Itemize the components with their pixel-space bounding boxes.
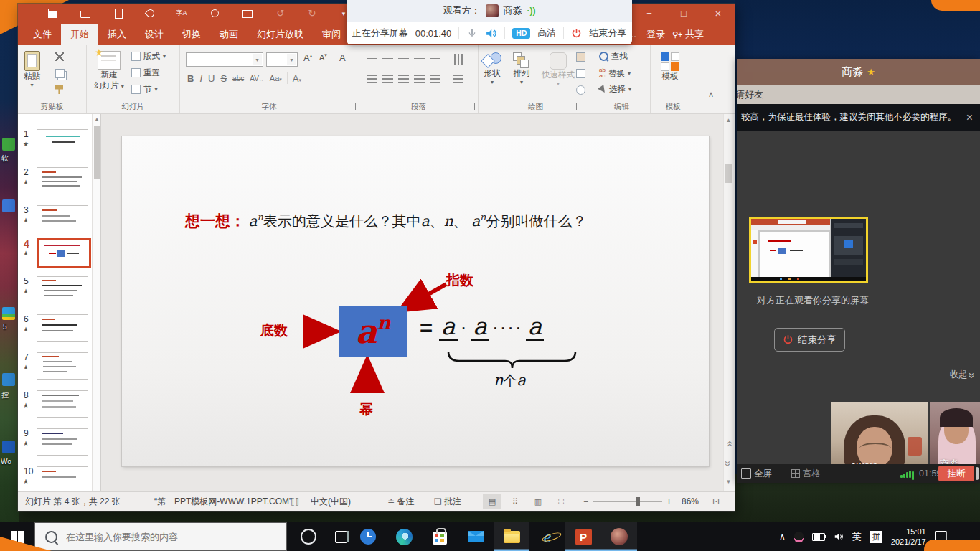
cortana-button[interactable] — [291, 522, 326, 551]
slide-thumbnail-7[interactable]: 7★ — [18, 352, 92, 384]
previous-slide-icon[interactable]: » — [724, 438, 733, 451]
change-case-button[interactable]: Aa▾ — [270, 74, 282, 83]
next-slide-icon[interactable]: » — [724, 457, 733, 469]
meeting-app-icon[interactable] — [601, 522, 637, 551]
maximize-button[interactable]: □ — [668, 4, 699, 24]
invite-friends-row[interactable]: 邀请好友 — [737, 85, 980, 104]
video-feed-aurora[interactable]: aurora — [831, 402, 928, 474]
copy-button[interactable] — [55, 69, 65, 78]
minimize-button[interactable]: − — [633, 4, 665, 24]
dropdown-icon[interactable]: ▾ — [253, 54, 262, 65]
print-preview-icon[interactable] — [209, 8, 220, 19]
font-size-combobox[interactable]: ▾ — [266, 52, 298, 67]
accessibility-icon[interactable]: ⟦⟧ — [291, 492, 299, 511]
ink-icon[interactable] — [144, 8, 156, 19]
collapse-videos-button[interactable]: 收起 » — [950, 369, 974, 381]
slide-sorter-view-button[interactable]: ⠿ — [506, 494, 524, 509]
sidebar-scrollbar-thumb[interactable] — [976, 467, 979, 480]
tab-review[interactable]: 审阅 — [313, 24, 350, 45]
zoom-in-button[interactable]: + — [666, 492, 672, 511]
desktop-icon[interactable] — [2, 373, 15, 386]
reading-view-button[interactable]: ▥ — [529, 494, 547, 509]
notes-button[interactable]: ≐ 备注 — [387, 492, 414, 511]
toast-close-icon[interactable]: × — [966, 104, 973, 131]
taskbar-search[interactable] — [34, 522, 287, 551]
slide-thumbnail-5[interactable]: 5★ — [18, 276, 92, 308]
paragraph-row-1[interactable] — [364, 54, 443, 67]
select-button[interactable]: 选择▾ — [599, 84, 631, 95]
edge-app-icon[interactable] — [386, 522, 422, 551]
scroll-down-icon[interactable]: ▼ — [724, 479, 733, 485]
slide-thumbnail-9[interactable]: 9★ — [18, 428, 92, 460]
store-app-icon[interactable] — [422, 522, 458, 551]
search-input[interactable] — [65, 531, 275, 543]
spellcheck-icon[interactable]: 字A — [176, 8, 187, 19]
shrink-font-button[interactable]: A▾ — [319, 52, 327, 62]
desktop-icon[interactable] — [2, 199, 15, 212]
tab-home[interactable]: 开始 — [61, 24, 98, 45]
slide-thumbnail-2[interactable]: 2★ — [18, 167, 92, 199]
section-button[interactable]: 节▾ — [131, 84, 158, 95]
reset-button[interactable]: 重置 — [131, 67, 160, 78]
save-icon[interactable] — [47, 8, 58, 19]
file-explorer-icon[interactable] — [494, 522, 529, 551]
grid-view-button[interactable]: 宫格 — [791, 464, 821, 483]
arrange-button[interactable]: 排列▾ — [513, 52, 530, 85]
hd-label[interactable]: 高清 — [537, 27, 556, 39]
fit-to-window-icon[interactable]: ⊡ — [712, 492, 720, 511]
mail-app-icon[interactable] — [458, 522, 494, 551]
scrollbar-thumb[interactable] — [725, 164, 732, 183]
thumbnail-scrollbar[interactable]: ▲ — [92, 114, 101, 491]
tab-insert[interactable]: 插入 — [98, 24, 136, 45]
find-button[interactable]: 查找 — [599, 51, 628, 62]
slide-canvas[interactable]: 想一想： an表示的意义是什么？其中a、n、 an分别叫做什么？ 指数 底数 幂… — [122, 136, 709, 466]
text-shadow-button[interactable]: abc — [232, 75, 244, 83]
desktop-icon[interactable] — [2, 441, 15, 453]
align-text-button[interactable] — [450, 74, 466, 87]
font-color-button[interactable]: A▾ — [293, 73, 301, 84]
tab-slideshow[interactable]: 幻灯片放映 — [248, 24, 313, 45]
italic-button[interactable]: I — [199, 73, 202, 84]
alarms-app-icon[interactable] — [350, 522, 386, 551]
shapes-button[interactable]: 形状▾ — [483, 52, 501, 85]
redo-icon[interactable]: ↻ — [306, 8, 318, 19]
video-feed-shangmiao[interactable]: 商淼 — [930, 402, 980, 474]
scroll-up-icon[interactable]: ▲ — [724, 117, 733, 123]
undo-icon[interactable]: ↺ — [275, 8, 286, 19]
replace-button[interactable]: abac 替换▾ — [599, 67, 631, 79]
speaker-icon[interactable] — [485, 27, 497, 39]
scrollbar-thumb[interactable] — [94, 126, 100, 179]
tab-design[interactable]: 设计 — [136, 24, 173, 45]
open-icon[interactable] — [80, 8, 91, 19]
hangup-button[interactable]: 挂断 — [938, 466, 974, 481]
shape-effects-button[interactable] — [576, 85, 585, 95]
format-painter-button[interactable] — [55, 85, 63, 94]
battery-icon[interactable] — [812, 533, 825, 541]
language-indicator[interactable]: 英 — [852, 530, 862, 543]
new-slide-button[interactable]: 新建 幻灯片 ▾ — [94, 51, 124, 91]
fullscreen-button[interactable]: 全屏 — [741, 464, 772, 483]
shape-outline-button[interactable] — [576, 69, 585, 78]
shared-screen-preview[interactable] — [749, 217, 868, 283]
shape-fill-button[interactable] — [576, 52, 585, 62]
clock-date[interactable]: 15:01 2021/2/17 — [891, 527, 926, 547]
bold-button[interactable]: B — [187, 73, 194, 84]
desktop-icon[interactable] — [2, 307, 15, 320]
internet-explorer-icon[interactable]: e — [529, 522, 565, 551]
powerpoint-app-icon[interactable]: P — [565, 522, 601, 551]
comments-button[interactable]: ❑ 批注 — [434, 492, 461, 511]
end-share-button-sidebar[interactable]: 结束分享 — [774, 328, 845, 352]
paste-button[interactable]: 粘贴 ▾ — [24, 51, 40, 88]
slide-thumbnail-4-selected[interactable]: 4★ — [18, 238, 92, 270]
hd-badge[interactable]: HD — [512, 28, 530, 39]
collapse-ribbon-icon[interactable]: ∧ — [708, 90, 714, 99]
layout-button[interactable]: 版式▾ — [131, 51, 166, 62]
dropdown-icon[interactable]: ▾ — [287, 54, 296, 65]
new-file-icon[interactable] — [113, 8, 124, 19]
scroll-up-icon[interactable]: ▲ — [93, 114, 101, 124]
slideshow-icon[interactable] — [242, 8, 253, 19]
microphone-icon[interactable] — [466, 27, 478, 39]
tab-transitions[interactable]: 切换 — [173, 24, 210, 45]
clear-format-button[interactable]: A — [339, 52, 346, 63]
slide-thumbnail-10[interactable]: 10★ — [18, 466, 92, 491]
